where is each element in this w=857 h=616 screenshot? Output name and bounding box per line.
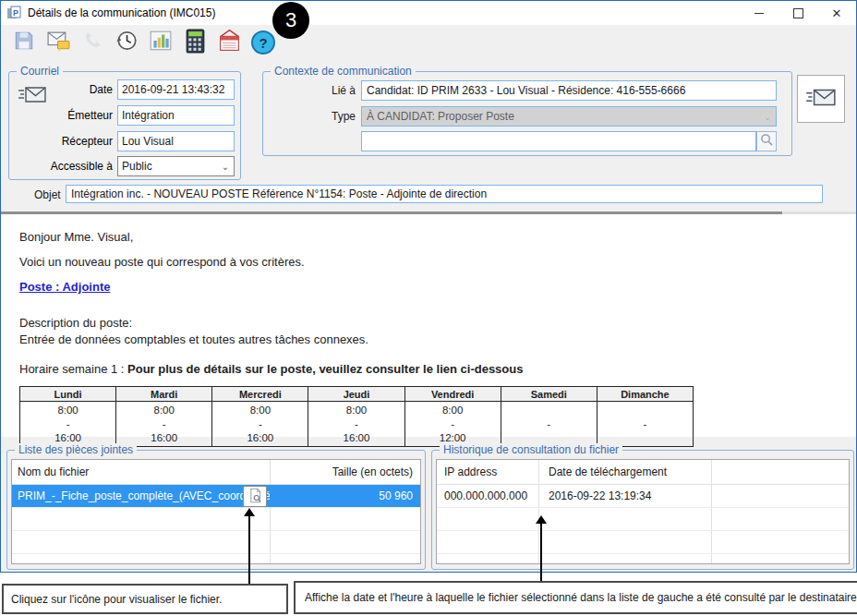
history-ip-value: 000.000.000.000 <box>437 485 539 507</box>
save-button[interactable] <box>10 29 38 56</box>
accessible-value: Public <box>118 160 217 173</box>
schedule-day-header: Mercredi <box>212 387 308 402</box>
type-value: À CANDIDAT: Proposer Poste <box>362 110 759 123</box>
type-dropdown[interactable]: À CANDIDAT: Proposer Poste ⌄ <box>361 106 777 127</box>
search-button[interactable] <box>756 131 777 151</box>
phone-icon <box>81 30 104 56</box>
date-label: Date <box>9 83 117 96</box>
send-mail-icon <box>804 85 838 113</box>
accessible-dropdown[interactable]: Public ⌄ <box>117 156 235 176</box>
schedule-day-header: Lundi <box>20 387 116 402</box>
communication-details-window: P Détails de la communication (IMC015) ✕ <box>0 0 857 573</box>
annotation-callout-left: Cliquez sur l'icône pour visualiser le f… <box>2 584 288 614</box>
emetteur-field[interactable]: Intégration <box>117 105 235 126</box>
attachment-row[interactable]: PRIM_-_Fiche_poste_complète_(AVEC_coordo… <box>12 485 420 508</box>
attachments-group: Liste des pièces jointes Nom du fichier … <box>6 450 426 570</box>
help-button[interactable]: ? <box>249 29 277 56</box>
attachment-empty-row <box>12 531 420 554</box>
attachments-panel: Nom du fichier Taille (en octets) PRIM_-… <box>11 459 421 564</box>
calculator-button[interactable] <box>181 29 209 56</box>
schedule-note: Pour plus de détails sur le poste, veuil… <box>127 362 523 376</box>
schedule-cell: - <box>597 402 693 447</box>
minimize-icon <box>754 13 764 14</box>
close-button[interactable]: ✕ <box>817 1 856 25</box>
history-group: Historique de consultation du fichier IP… <box>431 450 854 570</box>
schedule-day-header: Vendredi <box>404 387 501 402</box>
attachment-empty-row <box>12 508 420 531</box>
attachments-name-header[interactable]: Nom du fichier <box>12 460 271 484</box>
description-title: Description du poste: <box>19 316 838 330</box>
attachments-size-header[interactable]: Taille (en octets) <box>271 465 420 478</box>
statistics-button[interactable] <box>147 29 175 56</box>
svg-text:P: P <box>13 8 18 18</box>
close-icon: ✕ <box>832 7 842 19</box>
emetteur-label: Émetteur <box>9 109 117 122</box>
maximize-icon <box>793 8 803 18</box>
send-email-button[interactable] <box>797 75 845 123</box>
search-icon <box>760 133 774 151</box>
annotation-arrow-right <box>536 515 547 584</box>
message-body-panel: Bonjour Mme. Visual, Voici un nouveau po… <box>1 211 856 437</box>
schedule-day-header: Dimanche <box>597 387 693 402</box>
recepteur-field[interactable]: Lou Visual <box>117 131 235 151</box>
lie-a-field[interactable]: Candidat: ID PRIM 2633 - Lou Visual - Ré… <box>361 80 777 101</box>
annotation-callout-right: Affiche la date et l'heure à laquelle le… <box>294 581 857 614</box>
history-empty-row <box>437 554 849 564</box>
calculator-icon <box>186 29 205 57</box>
schedule-cell: 8:00-16:00 <box>308 402 404 447</box>
email-button[interactable] <box>44 29 72 56</box>
schedule-day-header: Samedi <box>501 387 597 402</box>
chevron-down-icon: ⌄ <box>759 112 776 122</box>
recepteur-label: Récepteur <box>9 135 117 148</box>
history-empty-row <box>437 508 849 531</box>
scrollbar-thumb[interactable] <box>782 211 856 214</box>
schedule-cell: - <box>501 402 597 447</box>
history-button[interactable] <box>113 29 140 56</box>
annotation-badge-3: 3 <box>272 2 309 39</box>
window-title: Détails de la communication (IMC015) <box>28 6 215 19</box>
schedule-prefix: Horaire semaine 1 : <box>19 362 127 376</box>
accessible-label: Accessible à <box>9 160 117 173</box>
history-ip-header[interactable]: IP address <box>437 460 539 484</box>
attachment-empty-row <box>12 554 420 564</box>
statistics-icon <box>149 29 173 56</box>
view-file-icon <box>247 488 263 506</box>
search-input[interactable] <box>361 131 756 151</box>
history-date-value: 2016-09-22 13:19:34 <box>539 485 712 507</box>
date-field[interactable]: 2016-09-21 13:43:32 <box>117 79 235 100</box>
description-text: Entrée de données comptables et toutes a… <box>19 332 838 346</box>
maximize-button[interactable] <box>779 1 817 25</box>
courriel-group: Courriel Date 2016-09-21 13:43:32 Émette… <box>8 71 241 180</box>
greeting-text: Bonjour Mme. Visual, <box>19 230 838 244</box>
schedule-cell: 8:00-16:00 <box>20 402 116 447</box>
history-date-header[interactable]: Date de téléchargement <box>539 460 712 484</box>
scrollbar[interactable] <box>1 211 782 214</box>
minimize-button[interactable] <box>740 1 779 25</box>
contexte-group-label: Contexte de communication <box>271 65 416 78</box>
intro-text: Voici un nouveau poste qui correspond à … <box>19 255 838 269</box>
lie-a-label: Lié à <box>263 84 361 97</box>
schedule-cell: 8:00-12:00 <box>404 402 501 447</box>
type-label: Type <box>263 110 361 123</box>
history-row[interactable]: 000.000.000.000 2016-09-22 13:19:34 <box>437 485 849 508</box>
phone-button[interactable] <box>78 29 106 56</box>
history-empty-row <box>437 531 849 554</box>
schedule-table: Lundi Mardi Mercredi Jeudi Vendredi Same… <box>19 386 694 447</box>
objet-label: Objet <box>34 188 61 201</box>
schedule-cell: 8:00-16:00 <box>116 402 212 447</box>
calendar-button[interactable] <box>215 29 243 56</box>
history-icon <box>115 29 139 56</box>
save-icon <box>12 29 36 56</box>
email-icon <box>46 29 71 57</box>
toolbar: ? <box>10 29 277 56</box>
poste-link[interactable]: Poste : Adjointe <box>19 280 110 294</box>
objet-field[interactable]: Intégration inc. - NOUVEAU POSTE Référen… <box>66 185 823 203</box>
history-group-label: Historique de consultation du fichier <box>440 443 622 456</box>
calendar-icon <box>217 28 242 57</box>
chevron-down-icon: ⌄ <box>217 162 234 172</box>
courriel-group-label: Courriel <box>17 65 63 78</box>
help-icon: ? <box>251 30 275 54</box>
view-file-button[interactable] <box>243 486 267 507</box>
contexte-group: Contexte de communication Lié à Candidat… <box>262 71 792 156</box>
schedule-day-header: Mardi <box>116 387 212 402</box>
